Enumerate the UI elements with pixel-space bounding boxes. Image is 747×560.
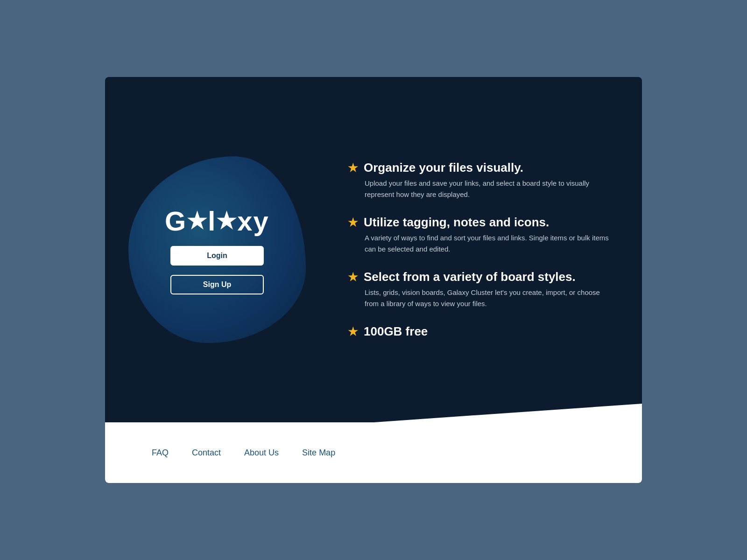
feature-star-4: ★ — [348, 325, 358, 338]
app-logo: G ★ l ★ xy — [165, 205, 269, 237]
right-panel: ★ Organize your files visually. Upload y… — [329, 142, 642, 357]
login-button[interactable]: Login — [170, 246, 264, 266]
feature-desc-3: Lists, grids, vision boards, Galaxy Clus… — [365, 287, 614, 309]
footer-link-sitemap[interactable]: Site Map — [302, 448, 335, 458]
feature-item-2: ★ Utilize tagging, notes and icons. A va… — [348, 215, 614, 255]
logo-xy: xy — [237, 205, 269, 237]
feature-title-2: ★ Utilize tagging, notes and icons. — [348, 215, 614, 230]
logo-star-2: ★ — [216, 208, 237, 234]
feature-item-1: ★ Organize your files visually. Upload y… — [348, 161, 614, 200]
logo-blob: G ★ l ★ xy Login Sign Up — [128, 156, 306, 343]
feature-title-3: ★ Select from a variety of board styles. — [348, 270, 614, 284]
feature-title-text-3: Select from a variety of board styles. — [364, 270, 576, 284]
feature-star-2: ★ — [348, 216, 358, 229]
left-panel: G ★ l ★ xy Login Sign Up — [105, 77, 329, 422]
feature-title-1: ★ Organize your files visually. — [348, 161, 614, 175]
feature-title-text-2: Utilize tagging, notes and icons. — [364, 215, 549, 230]
feature-title-text-4: 100GB free — [364, 324, 428, 339]
logo-star-1: ★ — [187, 208, 208, 234]
feature-title-text-1: Organize your files visually. — [364, 161, 523, 175]
logo-l: l — [208, 205, 216, 237]
app-window: G ★ l ★ xy Login Sign Up ★ Organize your… — [105, 77, 642, 483]
feature-item-4: ★ 100GB free — [348, 324, 614, 339]
logo-g: G — [165, 205, 187, 237]
signup-button[interactable]: Sign Up — [170, 275, 264, 294]
feature-title-4: ★ 100GB free — [348, 324, 614, 339]
footer-link-contact[interactable]: Contact — [192, 448, 221, 458]
footer-nav: FAQ Contact About Us Site Map — [152, 448, 335, 458]
main-content: G ★ l ★ xy Login Sign Up ★ Organize your… — [105, 77, 642, 422]
footer: FAQ Contact About Us Site Map — [105, 422, 642, 483]
feature-desc-1: Upload your files and save your links, a… — [365, 178, 614, 200]
footer-link-faq[interactable]: FAQ — [152, 448, 169, 458]
feature-desc-2: A variety of ways to find and sort your … — [365, 232, 614, 255]
feature-item-3: ★ Select from a variety of board styles.… — [348, 270, 614, 309]
feature-star-3: ★ — [348, 271, 358, 284]
footer-link-about[interactable]: About Us — [244, 448, 279, 458]
feature-star-1: ★ — [348, 161, 358, 175]
